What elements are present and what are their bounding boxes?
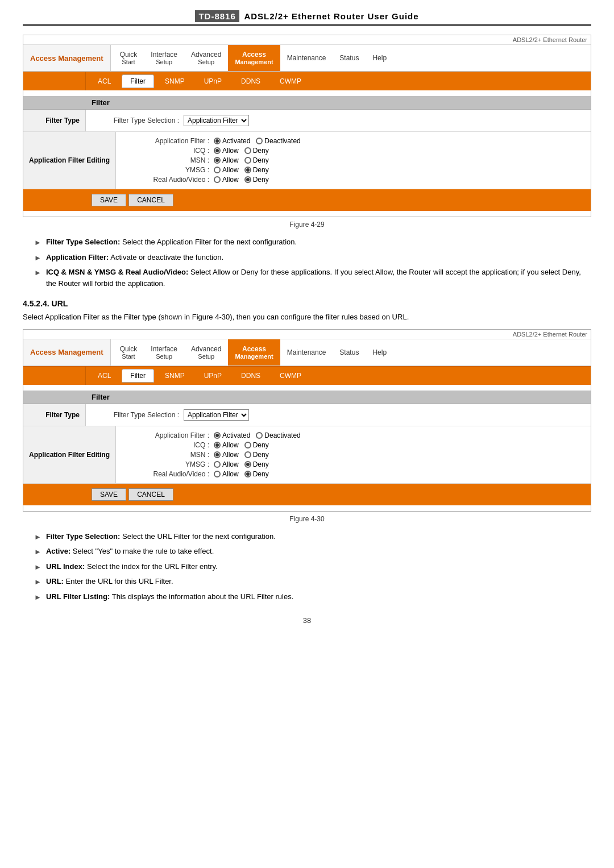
icq-deny-dot-1	[244, 147, 251, 154]
icq-deny-1[interactable]: Deny	[244, 147, 269, 155]
router-box-label-2: ADSL2/2+ Ethernet Router	[23, 330, 591, 339]
ymsg-row-1: YMSG : Allow Deny	[123, 166, 584, 174]
tab-filter-2[interactable]: Filter	[122, 369, 154, 383]
router-box-1: ADSL2/2+ Ethernet Router Access Manageme…	[23, 35, 591, 217]
nav-access-management-2[interactable]: Access Management	[23, 339, 111, 366]
filter-type-select-2[interactable]: Application Filter URL Filter	[184, 409, 249, 421]
icq-row-2: ICQ : Allow Deny	[123, 441, 584, 449]
save-button-1[interactable]: SAVE	[92, 194, 126, 206]
nav-interface-setup-1[interactable]: Interface Setup	[144, 45, 184, 71]
activated-dot-2	[214, 432, 221, 439]
ymsg-allow-2[interactable]: Allow	[214, 460, 239, 468]
ymsg-deny-1[interactable]: Deny	[244, 166, 269, 174]
page-number: 38	[23, 616, 591, 625]
nav-quick-start-1[interactable]: Quick Start	[113, 45, 144, 71]
real-av-allow-dot-1	[214, 176, 221, 183]
tab-cwmp-2[interactable]: CWMP	[271, 369, 310, 383]
nav-am-label-2: Access Management	[30, 348, 103, 356]
save-button-2[interactable]: SAVE	[92, 488, 126, 501]
tab-ddns-1[interactable]: DDNS	[233, 74, 269, 88]
app-filter-field-label-1: Application Filter :	[123, 137, 214, 145]
nav-quick-start-2[interactable]: Quick Start	[113, 339, 144, 366]
app-filter-field-label-2: Application Filter :	[123, 431, 214, 439]
msn-allow-1[interactable]: Allow	[214, 156, 239, 164]
bullet-item-1-2: ► Application Filter: Activate or deacti…	[34, 252, 591, 264]
nav-status-1[interactable]: Status	[333, 48, 366, 68]
tab-acl-1[interactable]: ACL	[89, 74, 119, 88]
filter-type-content-2: Filter Type Selection : Application Filt…	[86, 404, 591, 426]
nav-maintenance-1[interactable]: Maintenance	[280, 48, 333, 68]
tab-snmp-2[interactable]: SNMP	[156, 369, 193, 383]
real-av-allow-2[interactable]: Allow	[214, 470, 239, 478]
msn-row-2: MSN : Allow Deny	[123, 451, 584, 459]
router-box-2: ADSL2/2+ Ethernet Router Access Manageme…	[23, 329, 591, 512]
figure1-caption: Figure 4-29	[23, 221, 591, 229]
activated-dot-1	[214, 138, 221, 144]
real-av-row-1: Real Audio/Video : Allow Deny	[123, 176, 584, 184]
icq-deny-2[interactable]: Deny	[244, 441, 269, 449]
bullet-item-2-3: ► URL Index: Select the index for the UR…	[34, 561, 591, 573]
nav-status-2[interactable]: Status	[333, 343, 366, 362]
nav-advanced-setup-1[interactable]: Advanced Setup	[184, 45, 228, 71]
real-av-allow-1[interactable]: Allow	[214, 176, 239, 184]
tab-filter-1[interactable]: Filter	[122, 74, 154, 88]
btn-row-2: SAVE CANCEL	[23, 484, 591, 505]
msn-deny-1[interactable]: Deny	[244, 156, 269, 164]
tab-snmp-1[interactable]: SNMP	[156, 74, 193, 88]
filter-type-label-1: Filter Type	[23, 110, 86, 131]
msn-row-1: MSN : Allow Deny	[123, 156, 584, 164]
bullet-arrow-2-1: ►	[34, 531, 42, 543]
filter-type-content-1: Filter Type Selection : Application Filt…	[86, 110, 591, 131]
deactivated-radio-1[interactable]: Deactivated	[256, 137, 300, 145]
nav-bar-1: Access Management Quick Start Interface …	[23, 45, 591, 72]
icq-allow-2[interactable]: Allow	[214, 441, 239, 449]
bullet-arrow-1-1: ►	[34, 237, 42, 248]
real-av-deny-2[interactable]: Deny	[244, 470, 269, 478]
activated-radio-2[interactable]: Activated	[214, 431, 250, 439]
tab-cwmp-1[interactable]: CWMP	[271, 74, 310, 88]
msn-allow-dot-1	[214, 157, 221, 164]
ymsg-label-2: YMSG :	[123, 460, 214, 468]
bullet-text-1-1: Filter Type Selection: Select the Applic…	[46, 236, 297, 248]
msn-deny-2[interactable]: Deny	[244, 451, 269, 459]
filter-type-select-1[interactable]: Application Filter URL Filter	[184, 115, 249, 126]
ymsg-allow-1[interactable]: Allow	[214, 166, 239, 174]
activated-radio-1[interactable]: Activated	[214, 137, 250, 145]
cancel-button-2[interactable]: CANCEL	[128, 488, 173, 501]
url-section-text: Select Application Filter as the Filter …	[23, 312, 591, 323]
ymsg-deny-2[interactable]: Deny	[244, 460, 269, 468]
real-av-deny-1[interactable]: Deny	[244, 176, 269, 184]
app-filter-content-2: Application Filter : Activated Deactivat…	[116, 426, 591, 483]
msn-allow-2[interactable]: Allow	[214, 451, 239, 459]
real-av-label-1: Real Audio/Video :	[123, 176, 214, 184]
app-filter-label-1: Application Filter Editing	[23, 132, 116, 189]
tab-upnp-1[interactable]: UPnP	[196, 74, 230, 88]
icq-label-1: ICQ :	[123, 147, 214, 155]
tab-upnp-2[interactable]: UPnP	[196, 369, 230, 383]
nav-help-2[interactable]: Help	[366, 343, 393, 362]
filter-type-select-row-2: Filter Type Selection : Application Filt…	[93, 409, 584, 421]
app-filter-label-2: Application Filter Editing	[23, 426, 116, 483]
content-area-2: Filter Filter Type Filter Type Selection…	[23, 385, 591, 511]
msn-allow-dot-2	[214, 451, 221, 458]
nav-bar-2: Access Management Quick Start Interface …	[23, 339, 591, 366]
deactivated-radio-2[interactable]: Deactivated	[256, 431, 300, 439]
nav-access-mgmt-btn-1[interactable]: Access Management	[228, 45, 280, 71]
real-av-label-2: Real Audio/Video :	[123, 470, 214, 478]
nav-advanced-setup-2[interactable]: Advanced Setup	[184, 339, 228, 366]
figure2-caption: Figure 4-30	[23, 515, 591, 523]
nav-interface-setup-2[interactable]: Interface Setup	[144, 339, 184, 366]
ymsg-radio-group-2: Allow Deny	[214, 460, 269, 468]
nav-access-mgmt-btn-2[interactable]: Access Management	[228, 339, 280, 366]
app-filter-activated-row-1: Application Filter : Activated Deactivat…	[123, 137, 584, 145]
model-label: TD-8816	[195, 10, 239, 22]
real-av-deny-dot-2	[244, 471, 251, 477]
bullet-arrow-2-5: ►	[34, 592, 42, 603]
cancel-button-1[interactable]: CANCEL	[128, 194, 173, 206]
nav-help-1[interactable]: Help	[366, 48, 393, 68]
nav-maintenance-2[interactable]: Maintenance	[280, 343, 333, 362]
tab-ddns-2[interactable]: DDNS	[233, 369, 269, 383]
icq-allow-1[interactable]: Allow	[214, 147, 239, 155]
tab-acl-2[interactable]: ACL	[89, 369, 119, 383]
nav-access-management-1[interactable]: Access Management	[23, 45, 111, 71]
